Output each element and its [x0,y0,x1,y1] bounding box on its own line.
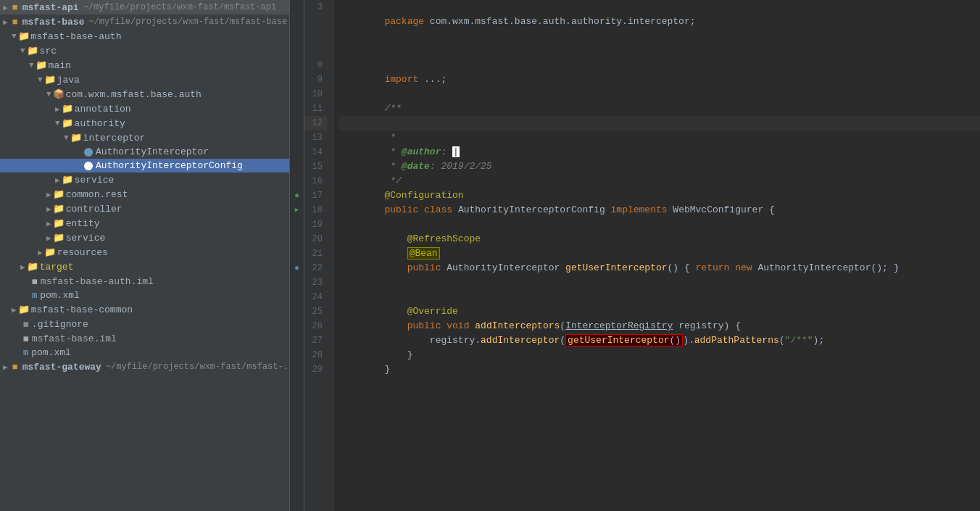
sidebar-item-pom-base[interactable]: m pom.xml [0,346,289,360]
sidebar-item-pom-auth[interactable]: m pom.xml [0,288,289,302]
arrow-icon: ▶ [46,233,51,243]
iml-icon: ◼ [32,275,38,287]
sidebar-item-label: AuthorityInterceptor [96,146,209,157]
package-icon: 📦 [53,88,65,100]
sidebar-item-src[interactable]: ▼ 📁 src [0,43,289,58]
sidebar-item-path: ~/myfile/projects/wxm-fast/msfast-base..… [88,17,290,27]
code-line-26: registry.addInterceptor(getUserIntercept… [339,319,980,333]
sidebar-item-path: ~/myfile/projects/wxm-fast/msfast-... [106,362,290,372]
sidebar-item-iml-base[interactable]: ◼ msfast-base.iml [0,331,289,346]
folder-icon: 📁 [53,217,65,229]
code-line-25: public void addInterceptors(InterceptorR… [339,304,980,319]
code-editor[interactable]: ● ▶ ◉ 3 8 9 10 11 12 [290,0,980,511]
sidebar-item-annotation[interactable]: ▶ 📁 annotation [0,101,289,116]
sidebar-item-service-auth[interactable]: ▶ 📁 service [0,230,289,245]
line-numbers: 3 8 9 10 11 12 13 14 15 16 17 18 19 20 2… [304,0,333,511]
sidebar-item-authority-interceptor-config[interactable]: AuthorityInterceptorConfig [0,159,289,173]
sidebar-item-entity[interactable]: ▶ 📁 entity [0,216,289,230]
sidebar-item-label: interceptor [83,133,146,144]
editor-gutter: ● ▶ ◉ [290,0,304,511]
folder-icon: 📁 [27,45,38,57]
arrow-icon: ▶ [46,204,51,214]
code-line-19: @RefreshScope [339,217,980,232]
sidebar-item-authority[interactable]: ▼ 📁 authority [0,116,289,130]
sidebar-item-package[interactable]: ▼ 📦 com.wxm.msfast.base.auth [0,87,289,101]
folder-icon: 📁 [44,246,56,258]
sidebar-item-interceptor[interactable]: ▼ 📁 interceptor [0,130,289,145]
code-line-10: /** [339,87,980,101]
sidebar-item-msfast-base[interactable]: ▶ ■ msfast-base ~/myfile/projects/wxm-fa… [0,14,289,29]
sidebar-item-msfast-api[interactable]: ▶ ■ msfast-api ~/myfile/projects/wxm-fas… [0,0,289,14]
sidebar-item-target[interactable]: ▶ 📁 target [0,259,289,274]
sidebar-item-label: msfast-base-auth [31,31,122,42]
arrow-icon: ▶ [12,305,17,315]
bookmark-icon: ◉ [295,261,299,275]
arrow-icon: ▶ [3,17,8,27]
arrow-icon: ▶ [55,175,60,185]
sidebar-item-label: msfast-base-auth.iml [41,276,154,287]
sidebar-item-label: pom.xml [40,290,80,301]
sidebar-item-msfast-gateway[interactable]: ▶ ■ msfast-gateway ~/myfile/projects/wxm… [0,360,289,374]
file-tree[interactable]: ▶ ■ msfast-api ~/myfile/projects/wxm-fas… [0,0,290,511]
arrow-icon: ▶ [3,362,8,372]
sidebar-item-label: msfast-api [22,2,79,13]
code-line-16: @Configuration [339,174,980,188]
sidebar-item-authority-interceptor[interactable]: AuthorityInterceptor [0,145,289,159]
sidebar-item-main[interactable]: ▼ 📁 main [0,58,289,72]
pom-icon: m [23,348,28,358]
sidebar-item-iml-auth[interactable]: ◼ msfast-base-auth.iml [0,274,289,288]
sidebar-item-label: common.rest [66,189,128,200]
folder-icon: 📁 [70,132,82,144]
bean-gutter-icon: ● [290,188,304,203]
arrow-icon: ▼ [29,61,34,70]
folder-icon: 📁 [53,203,65,215]
arrow-icon: ▶ [3,3,8,12]
module-icon: ■ [9,1,21,13]
arrow-icon: ▼ [20,46,25,55]
gitignore-icon: ◼ [23,318,29,330]
sidebar-item-common-rest[interactable]: ▶ 📁 common.rest [0,187,289,202]
sidebar-item-label: com.wxm.msfast.base.auth [66,89,202,100]
run-icon: ▶ [295,203,299,217]
sidebar-item-label: msfast-base [22,17,85,28]
arrow-icon: ▶ [46,219,51,228]
sidebar-item-label: msfast-base.iml [32,333,117,344]
code-line-9 [339,72,980,87]
code-line-21: public AuthorityInterceptor getUserInter… [339,246,980,261]
code-line-22 [339,261,980,275]
arrow-icon: ▼ [12,32,17,41]
code-line-24: @Override [339,290,980,304]
sidebar-item-msfast-base-common[interactable]: ▶ 📁 msfast-base-common [0,302,289,317]
sidebar-item-label: authority [75,118,125,129]
sidebar-item-controller[interactable]: ▶ 📁 controller [0,202,289,216]
sidebar-item-resources[interactable]: ▶ 📁 resources [0,245,289,259]
folder-icon: 📁 [18,30,30,42]
arrow-icon: ▼ [38,75,43,84]
sidebar-item-label: controller [66,204,122,215]
code-line-18 [339,203,980,217]
code-line-3: package com.wxm.msfast.base.auth.authori… [339,0,980,14]
sidebar-item-label: msfast-gateway [22,362,101,373]
code-line-blank2 [339,29,980,43]
sidebar-item-label: AuthorityInterceptorConfig [96,160,243,171]
sidebar-item-label: msfast-base-common [31,304,133,315]
code-line-11: * 配置用户安全验证拦截类 [339,101,980,116]
bean-icon: ● [294,188,299,203]
sidebar-item-gitignore[interactable]: ◼ .gitignore [0,317,289,331]
sidebar-item-label: .gitignore [32,319,88,330]
code-line-29 [339,362,980,377]
code-line-28: } [339,348,980,362]
sidebar-item-label: src [40,46,57,57]
code-line-blank3 [339,43,980,58]
sidebar-item-java[interactable]: ▼ 📁 java [0,72,289,87]
sidebar-item-label: entity [66,218,100,229]
arrow-icon: ▼ [46,90,51,99]
iml-icon: ◼ [23,333,29,344]
sidebar-item-service-authority[interactable]: ▶ 📁 service [0,173,289,187]
arrow-icon: ▶ [20,262,25,272]
sidebar-item-label: pom.xml [31,347,71,358]
code-line-27: } [339,333,980,348]
code-line-20: @Bean [339,232,980,246]
arrow-icon: ▼ [55,119,60,128]
sidebar-item-msfast-base-auth[interactable]: ▼ 📁 msfast-base-auth [0,29,289,43]
